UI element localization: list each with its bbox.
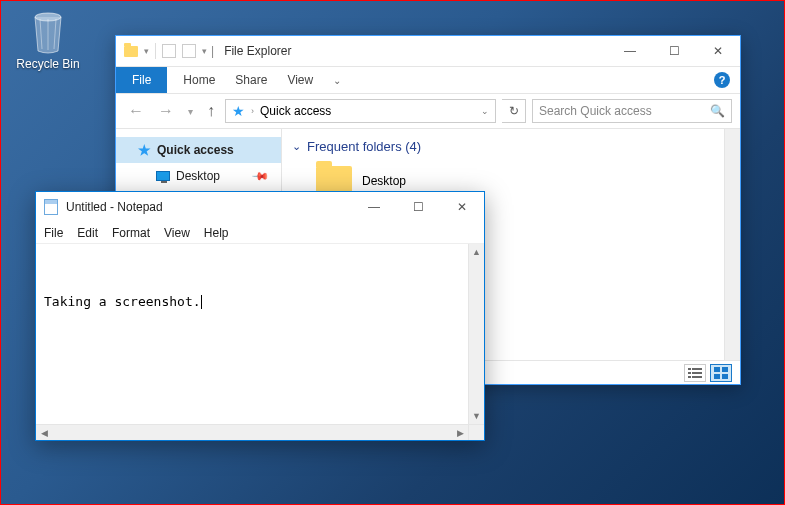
help-icon[interactable]: ?	[714, 72, 730, 88]
content-scrollbar[interactable]	[724, 129, 740, 360]
ribbon-tab-file[interactable]: File	[116, 67, 167, 93]
qat-properties-icon[interactable]	[162, 44, 176, 58]
scroll-down-icon[interactable]: ▼	[469, 408, 484, 424]
title-separator: |	[207, 44, 218, 58]
chevron-down-icon: ⌄	[292, 140, 301, 153]
maximize-button[interactable]: ☐	[652, 37, 696, 65]
recycle-bin-icon	[28, 11, 68, 55]
section-header-text: Frequent folders (4)	[307, 139, 421, 154]
explorer-title: File Explorer	[218, 44, 291, 58]
ribbon-tab-share[interactable]: Share	[231, 73, 271, 87]
notepad-app-icon	[44, 199, 58, 215]
search-icon: 🔍	[710, 104, 725, 118]
explorer-app-icon	[124, 46, 138, 57]
recycle-bin[interactable]: Recycle Bin	[13, 11, 83, 71]
minimize-button[interactable]: —	[608, 37, 652, 65]
search-placeholder: Search Quick access	[539, 104, 652, 118]
frequent-folders-header[interactable]: ⌄ Frequent folders (4)	[282, 129, 724, 160]
minimize-button[interactable]: —	[352, 193, 396, 221]
menu-help[interactable]: Help	[204, 226, 229, 240]
menu-format[interactable]: Format	[112, 226, 150, 240]
menu-file[interactable]: File	[44, 226, 63, 240]
notepad-menubar: File Edit Format View Help	[36, 222, 484, 244]
tree-item-quick-access[interactable]: ★ Quick access	[116, 137, 281, 163]
close-button[interactable]: ✕	[440, 193, 484, 221]
address-location: Quick access	[260, 104, 331, 118]
svg-rect-3	[688, 372, 691, 374]
explorer-ribbon: File Home Share View ⌄ ?	[116, 66, 740, 94]
desktop-icon	[156, 171, 170, 181]
recycle-bin-label: Recycle Bin	[13, 57, 83, 71]
view-large-icons-button[interactable]	[710, 364, 732, 382]
svg-rect-7	[714, 367, 720, 372]
notepad-text-content: Taking a screenshot.	[44, 294, 201, 309]
maximize-button[interactable]: ☐	[396, 193, 440, 221]
nav-recent-icon[interactable]: ▾	[184, 106, 197, 117]
address-dropdown-icon[interactable]: ⌄	[481, 106, 489, 116]
text-cursor	[201, 295, 202, 309]
address-bar[interactable]: ★ › Quick access ⌄	[225, 99, 496, 123]
scroll-corner	[468, 424, 484, 440]
tree-item-desktop[interactable]: Desktop 📌	[116, 163, 281, 189]
pin-icon: 📌	[250, 166, 269, 185]
menu-edit[interactable]: Edit	[77, 226, 98, 240]
vertical-scrollbar[interactable]: ▲ ▼	[468, 244, 484, 424]
tree-label-quick-access: Quick access	[157, 143, 234, 157]
notepad-window: Untitled - Notepad — ☐ ✕ File Edit Forma…	[35, 191, 485, 441]
scroll-right-icon[interactable]: ▶	[452, 425, 468, 440]
scroll-up-icon[interactable]: ▲	[469, 244, 484, 260]
view-details-button[interactable]	[684, 364, 706, 382]
close-button[interactable]: ✕	[696, 37, 740, 65]
scroll-left-icon[interactable]: ◀	[36, 425, 52, 440]
nav-up-icon[interactable]: ↑	[203, 102, 219, 120]
svg-rect-10	[722, 374, 728, 379]
star-icon: ★	[138, 142, 151, 158]
menu-view[interactable]: View	[164, 226, 190, 240]
refresh-button[interactable]: ↻	[502, 99, 526, 123]
explorer-titlebar[interactable]: ▾ ▾ | File Explorer — ☐ ✕	[116, 36, 740, 66]
search-input[interactable]: Search Quick access 🔍	[532, 99, 732, 123]
notepad-title: Untitled - Notepad	[66, 200, 163, 214]
notepad-titlebar[interactable]: Untitled - Notepad — ☐ ✕	[36, 192, 484, 222]
explorer-navbar: ← → ▾ ↑ ★ › Quick access ⌄ ↻ Search Quic…	[116, 94, 740, 128]
ribbon-expand-icon[interactable]: ⌄	[329, 75, 345, 86]
nav-back-icon[interactable]: ←	[124, 102, 148, 120]
folder-name: Desktop	[362, 174, 406, 188]
tree-label-desktop: Desktop	[176, 169, 220, 183]
svg-rect-6	[692, 376, 702, 378]
nav-forward-icon[interactable]: →	[154, 102, 178, 120]
chevron-right-icon: ›	[251, 106, 254, 116]
svg-rect-9	[714, 374, 720, 379]
svg-rect-8	[722, 367, 728, 372]
notepad-textarea[interactable]: Taking a screenshot.	[36, 244, 468, 424]
svg-rect-5	[688, 376, 691, 378]
svg-rect-2	[692, 368, 702, 370]
svg-rect-4	[692, 372, 702, 374]
horizontal-scrollbar[interactable]: ◀ ▶	[36, 424, 468, 440]
ribbon-tab-view[interactable]: View	[283, 73, 317, 87]
ribbon-tab-home[interactable]: Home	[179, 73, 219, 87]
qat-newfolder-icon[interactable]	[182, 44, 196, 58]
quick-access-star-icon: ★	[232, 103, 245, 119]
svg-rect-1	[688, 368, 691, 370]
